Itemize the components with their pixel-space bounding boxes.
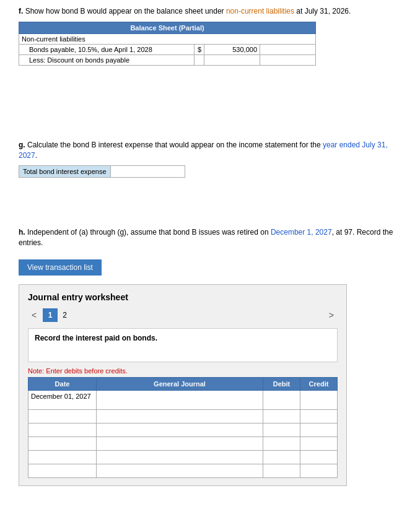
section-g-text1: Calculate the bond B interest expense th…: [25, 141, 323, 149]
credit-input[interactable]: [303, 412, 335, 420]
section-g: g. Calculate the bond B interest expense…: [19, 140, 408, 178]
total-bond-interest-label: Total bond interest expense: [19, 165, 111, 178]
journal-page-2[interactable]: 2: [60, 310, 69, 321]
credit-cell: [300, 390, 338, 409]
journal-nav-right[interactable]: >: [325, 309, 338, 321]
total-bond-interest-input-wrapper: [111, 165, 185, 178]
date-input[interactable]: [31, 440, 94, 447]
date-input[interactable]: [31, 400, 94, 407]
section-f: f. Show how bond B would appear on the b…: [19, 6, 408, 66]
credit-cell: [300, 423, 338, 437]
date-cell: [28, 423, 97, 437]
table-row: December 01, 2027: [28, 390, 338, 409]
section-f-highlight1: non-current liabilities: [226, 7, 294, 15]
debit-cell: [263, 423, 300, 437]
debit-input[interactable]: [266, 440, 297, 447]
date-input[interactable]: [31, 412, 94, 420]
journal-nav-left[interactable]: <: [28, 309, 40, 321]
total-bond-interest-input[interactable]: [113, 168, 182, 175]
note-text: Note: Enter debits before credits.: [28, 367, 338, 375]
view-transaction-button[interactable]: View transaction list: [19, 259, 102, 276]
section-h: h. Independent of (a) through (g), assum…: [19, 227, 408, 486]
journal-page-1[interactable]: 1: [43, 308, 58, 322]
journal-nav: < 1 2 >: [28, 308, 338, 322]
debit-input[interactable]: [266, 412, 297, 420]
instruction-box: Record the interest paid on bonds.: [28, 328, 338, 362]
debit-cell: [263, 450, 300, 464]
bonds-payable-input[interactable]: [263, 46, 312, 53]
bonds-payable-label: Bonds payable, 10.5%, due April 1, 2028: [19, 44, 195, 54]
table-row: [28, 464, 338, 477]
table-row: [28, 423, 338, 437]
journal-entry-worksheet: Journal entry worksheet < 1 2 > Record t…: [19, 284, 347, 486]
journal-input[interactable]: [99, 426, 260, 433]
table-row: [28, 450, 338, 464]
debit-input[interactable]: [266, 453, 297, 461]
journal-cell: [97, 450, 263, 464]
section-f-text2: at July 31, 2026.: [294, 7, 351, 15]
debit-cell: [263, 409, 300, 423]
journal-cell: [97, 409, 263, 423]
discount-value-cell: [204, 54, 260, 65]
debit-cell: [263, 464, 300, 477]
discount-label: Less: Discount on bonds payable: [19, 54, 195, 65]
discount-value-input[interactable]: [207, 56, 256, 64]
credit-cell: [300, 437, 338, 450]
section-h-highlight1: December 1, 2027: [271, 228, 332, 237]
balance-sheet-section-header: Non-current liabilities: [19, 33, 316, 44]
section-h-label: h. Independent of (a) through (g), assum…: [19, 227, 408, 248]
date-input[interactable]: [31, 467, 94, 474]
journal-input[interactable]: [99, 396, 260, 404]
section-f-text1: Show how bond B would appear on the bala…: [23, 7, 226, 15]
journal-worksheet-title: Journal entry worksheet: [28, 292, 338, 302]
journal-input[interactable]: [99, 440, 260, 447]
journal-cell: [97, 390, 263, 409]
credit-input[interactable]: [303, 440, 335, 447]
col-date: Date: [28, 377, 97, 390]
total-bond-interest-row: Total bond interest expense: [19, 165, 408, 178]
journal-cell: [97, 423, 263, 437]
credit-input[interactable]: [303, 396, 335, 404]
section-f-label: f. Show how bond B would appear on the b…: [19, 6, 408, 17]
discount-symbol-cell: [195, 54, 204, 65]
journal-input[interactable]: [99, 453, 260, 461]
credit-input[interactable]: [303, 426, 335, 433]
credit-input[interactable]: [303, 453, 335, 461]
dollar-sign: $: [195, 44, 204, 54]
col-debit: Debit: [263, 377, 300, 390]
date-input[interactable]: [31, 453, 94, 461]
table-row: [28, 437, 338, 450]
debit-cell: [263, 390, 300, 409]
section-h-prefix: h.: [19, 228, 25, 237]
debit-input[interactable]: [266, 426, 297, 433]
credit-cell: [300, 450, 338, 464]
journal-table: Date General Journal Debit Credit Decemb…: [28, 377, 338, 478]
date-cell: December 01, 2027: [28, 390, 97, 409]
balance-sheet-table: Balance Sheet (Partial) Non-current liab…: [19, 22, 316, 66]
debit-cell: [263, 437, 300, 450]
credit-input[interactable]: [303, 467, 335, 474]
journal-cell: [97, 437, 263, 450]
discount-right-input[interactable]: [263, 56, 312, 64]
journal-input[interactable]: [99, 467, 260, 474]
bonds-payable-value: 530,000: [204, 44, 260, 54]
journal-input[interactable]: [99, 412, 260, 420]
debit-input[interactable]: [266, 396, 297, 404]
table-row: [28, 409, 338, 423]
section-g-label: g. Calculate the bond B interest expense…: [19, 140, 408, 161]
credit-cell: [300, 464, 338, 477]
col-journal: General Journal: [97, 377, 263, 390]
date-input[interactable]: [31, 426, 94, 433]
date-value: December 01, 2027: [31, 393, 91, 400]
date-cell: [28, 437, 97, 450]
balance-sheet-title: Balance Sheet (Partial): [19, 22, 316, 33]
col-credit: Credit: [300, 377, 338, 390]
debit-input[interactable]: [266, 467, 297, 474]
date-cell: [28, 409, 97, 423]
credit-cell: [300, 409, 338, 423]
date-cell: [28, 464, 97, 477]
section-g-prefix: g.: [19, 141, 25, 149]
section-h-text1: Independent of (a) through (g), assume t…: [25, 228, 271, 237]
journal-cell: [97, 464, 263, 477]
instruction-text: Record the interest paid on bonds.: [35, 334, 157, 342]
